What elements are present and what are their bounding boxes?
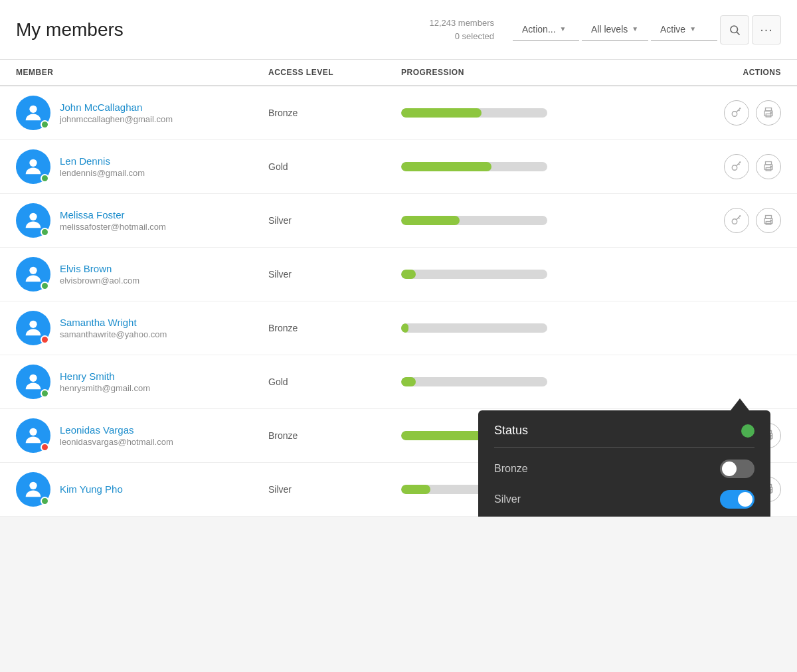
svg-point-31	[29, 375, 37, 382]
svg-point-40	[770, 435, 772, 436]
svg-point-49	[770, 489, 772, 490]
member-info: Melissa Foster melissafoster@hotmail.com	[16, 203, 268, 238]
status-dot	[41, 497, 49, 505]
header: My members 12,243 members 0 selected Act…	[0, 0, 797, 60]
printer-icon	[762, 214, 774, 226]
table-row: Len Dennis lendennis@gmail.com Gold	[0, 140, 797, 194]
progression-fill	[401, 270, 416, 279]
member-name[interactable]: Leonidas Vargas	[60, 424, 173, 436]
progression-cell	[401, 108, 675, 118]
printer-icon	[762, 161, 774, 173]
svg-point-11	[29, 159, 37, 167]
level-dropdown[interactable]: All levels ▼	[582, 19, 648, 41]
progression-fill	[401, 216, 460, 225]
member-info: Elvis Brown elvisbrown@aol.com	[16, 257, 268, 292]
edit-access-button[interactable]	[724, 154, 749, 179]
progression-cell	[401, 270, 675, 279]
member-info: Kim Yung Pho	[16, 472, 268, 507]
member-name[interactable]: Samantha Wright	[60, 317, 167, 328]
svg-point-0	[731, 26, 738, 33]
member-name[interactable]: Kim Yung Pho	[60, 483, 123, 495]
access-level: Bronze	[268, 430, 401, 441]
member-name[interactable]: Elvis Brown	[60, 263, 139, 274]
print-button[interactable]	[756, 100, 781, 126]
print-button[interactable]	[756, 154, 781, 179]
progression-bar	[401, 108, 547, 118]
member-email: lendennis@gmail.com	[60, 168, 145, 178]
status-dot	[41, 389, 49, 398]
edit-access-button[interactable]	[724, 100, 749, 126]
actions-cell	[675, 100, 781, 126]
svg-point-21	[732, 219, 737, 224]
svg-rect-18	[766, 168, 771, 171]
ellipsis-icon: ···	[760, 22, 773, 37]
progression-cell	[401, 377, 675, 386]
edit-access-button[interactable]	[724, 208, 749, 233]
member-name[interactable]: Henry Smith	[60, 371, 150, 382]
level-filter-popup: Status Bronze Silver Gold	[478, 398, 770, 517]
member-name[interactable]: John McCallaghan	[60, 102, 173, 113]
progression-fill	[401, 162, 491, 171]
col-actions: ACTIONS	[675, 68, 781, 77]
access-level: Bronze	[268, 108, 401, 118]
key-icon	[731, 214, 743, 226]
action-dropdown-arrow: ▼	[560, 25, 567, 33]
user-icon	[22, 317, 44, 339]
progression-bar	[401, 162, 547, 171]
svg-point-10	[770, 112, 772, 114]
progression-fill	[401, 377, 416, 386]
page-title: My members	[16, 19, 416, 41]
action-dropdown[interactable]: Action... ▼	[513, 19, 579, 41]
svg-point-28	[770, 220, 772, 221]
progression-fill	[401, 323, 408, 333]
svg-rect-7	[766, 108, 772, 112]
svg-point-3	[732, 112, 737, 117]
print-button[interactable]	[756, 208, 781, 233]
popup-divider	[494, 447, 754, 448]
member-name[interactable]: Melissa Foster	[60, 209, 166, 220]
selected-count: 0 selected	[429, 30, 494, 43]
access-level: Silver	[268, 215, 401, 226]
access-level: Gold	[268, 161, 401, 172]
table-header: MEMBER ACCESS LEVEL PROGRESSION ACTIONS	[0, 60, 797, 86]
status-dot	[41, 282, 49, 290]
progression-bar	[401, 216, 547, 225]
popup-arrow	[731, 398, 749, 410]
member-email: johnmccallaghen@gmail.com	[60, 114, 173, 124]
col-progression: PROGRESSION	[401, 68, 675, 77]
svg-line-15	[739, 164, 740, 165]
popup-row-label: Silver	[494, 493, 521, 505]
svg-point-32	[29, 428, 37, 436]
table-row: Samantha Wright samanthawrite@yahoo.com …	[0, 301, 797, 355]
member-info: Len Dennis lendennis@gmail.com	[16, 149, 268, 184]
svg-point-20	[29, 213, 37, 220]
progression-bar	[401, 270, 547, 279]
progression-cell	[401, 323, 675, 333]
key-icon	[731, 161, 743, 173]
member-stats: 12,243 members 0 selected	[429, 17, 494, 42]
svg-point-2	[29, 106, 37, 113]
header-controls: Action... ▼ All levels ▼ Active ▼ ···	[513, 15, 781, 44]
status-active-indicator	[741, 424, 754, 438]
avatar	[16, 472, 50, 507]
progression-bar	[401, 377, 547, 386]
progression-cell	[401, 216, 675, 225]
user-icon	[22, 155, 44, 178]
access-level: Silver	[268, 269, 401, 280]
toggle-silver[interactable]	[720, 490, 754, 509]
key-icon	[731, 107, 743, 119]
popup-box: Status Bronze Silver Gold	[478, 410, 770, 517]
user-icon	[22, 263, 44, 286]
svg-point-30	[29, 321, 37, 328]
svg-line-1	[737, 32, 739, 35]
popup-filter-row: Bronze	[494, 460, 754, 478]
status-dropdown[interactable]: Active ▼	[651, 19, 717, 41]
more-options-button[interactable]: ···	[752, 15, 781, 44]
member-name[interactable]: Len Dennis	[60, 155, 145, 167]
svg-rect-27	[766, 222, 771, 225]
search-button[interactable]	[720, 15, 749, 44]
toggle-bronze[interactable]	[720, 460, 754, 478]
access-level: Gold	[268, 377, 401, 387]
user-icon	[22, 424, 44, 447]
svg-point-29	[29, 267, 37, 274]
